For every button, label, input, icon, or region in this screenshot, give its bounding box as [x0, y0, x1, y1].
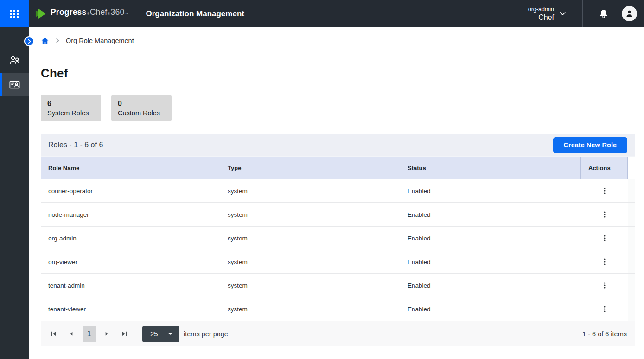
cell-actions: [581, 203, 628, 226]
cell-actions: [581, 250, 628, 273]
breadcrumb: Org Role Management: [41, 27, 635, 54]
topbar-divider: [137, 6, 137, 22]
system-roles-label: System Roles: [47, 108, 95, 118]
progress-logo-icon: [35, 7, 47, 20]
sidebar-item-org-roles[interactable]: [0, 73, 29, 96]
table-row: courier-operator system Enabled: [41, 179, 635, 203]
table-body: courier-operator system Enabled node-man…: [41, 179, 635, 321]
previous-page-button[interactable]: [63, 326, 79, 342]
row-scrollbar-spacer: [628, 297, 635, 321]
notifications-button[interactable]: [593, 0, 614, 27]
row-actions-button[interactable]: [598, 208, 612, 221]
cell-actions: [581, 179, 628, 202]
row-actions-button[interactable]: [598, 255, 612, 269]
user-menu-button[interactable]: [614, 0, 644, 27]
kebab-menu-icon: [601, 258, 608, 265]
kebab-menu-icon: [601, 305, 608, 313]
cell-role-name: tenant-viewer: [41, 297, 220, 321]
page-size-value: 25: [150, 330, 158, 338]
id-card-icon: [8, 78, 21, 91]
row-actions-button[interactable]: [598, 278, 612, 292]
org-role-label: org-admin: [528, 6, 554, 13]
active-item-accent: [0, 73, 2, 96]
cell-type: system: [220, 297, 400, 321]
users-icon: [8, 54, 21, 66]
next-page-button[interactable]: [98, 326, 115, 342]
cell-role-name: node-manager: [41, 203, 220, 226]
cell-status: Enabled: [400, 274, 581, 297]
last-page-button[interactable]: [116, 326, 133, 342]
cell-status: Enabled: [400, 297, 581, 321]
table-row: org-admin system Enabled: [41, 227, 635, 250]
table-row: tenant-admin system Enabled: [41, 274, 635, 297]
table-toolbar: Roles - 1 - 6 of 6 Create New Role: [41, 134, 635, 156]
page-size-select[interactable]: 25: [142, 326, 179, 342]
brand-reg-mark: ®: [87, 12, 89, 15]
custom-roles-count: 0: [118, 99, 165, 108]
main-content: Org Role Management Chef 6 System Roles …: [29, 27, 644, 359]
column-header-role-name[interactable]: Role Name: [41, 157, 220, 179]
app-launcher-button[interactable]: [0, 0, 29, 27]
column-header-status[interactable]: Status: [400, 157, 581, 179]
create-new-role-button[interactable]: Create New Role: [553, 137, 627, 153]
stats-row: 6 System Roles 0 Custom Roles: [41, 95, 635, 121]
cell-type: system: [220, 250, 400, 273]
cell-actions: [581, 297, 628, 321]
pagination-bar: 1 25 items: [41, 321, 635, 346]
table-title: Roles - 1 - 6 of 6: [48, 141, 103, 149]
first-page-button[interactable]: [45, 326, 62, 342]
custom-roles-label: Custom Roles: [118, 108, 165, 118]
page-title: Chef: [41, 66, 635, 81]
caret-right-icon: [104, 331, 110, 337]
top-bar: Progress®Chef®360™ Organization Manageme…: [0, 0, 644, 27]
row-actions-button[interactable]: [598, 302, 612, 316]
system-roles-count: 6: [47, 99, 95, 108]
org-switcher-text: org-admin Chef: [528, 6, 554, 22]
cell-actions: [581, 227, 628, 250]
cell-status: Enabled: [400, 227, 581, 250]
brand-progress: Progress: [51, 7, 86, 17]
seek-last-icon: [121, 330, 128, 337]
caret-down-icon: [167, 331, 173, 337]
header-scrollbar-spacer: [628, 157, 635, 179]
cell-status: Enabled: [400, 179, 581, 202]
waffle-grid-icon: [9, 8, 20, 19]
topbar-divider-right: [582, 0, 583, 27]
caret-left-icon: [68, 331, 74, 337]
bell-icon: [598, 8, 609, 19]
seek-first-icon: [50, 330, 57, 337]
row-scrollbar-spacer: [628, 179, 635, 202]
row-actions-button[interactable]: [598, 184, 612, 198]
roles-table: Roles - 1 - 6 of 6 Create New Role Role …: [41, 134, 635, 346]
app-title: Organization Management: [146, 9, 244, 19]
table-row: node-manager system Enabled: [41, 203, 635, 227]
brand-tm-mark: ™: [125, 12, 128, 15]
cell-role-name: courier-operator: [41, 179, 220, 202]
kebab-menu-icon: [601, 211, 608, 218]
items-per-page-label: items per page: [184, 330, 228, 338]
column-header-type[interactable]: Type: [220, 157, 400, 179]
brand-360: 360: [111, 7, 125, 17]
cell-type: system: [220, 203, 400, 226]
current-page[interactable]: 1: [83, 326, 96, 342]
row-actions-button[interactable]: [598, 231, 612, 245]
home-icon[interactable]: [41, 37, 49, 45]
brand-logo: Progress®Chef®360™: [35, 7, 128, 20]
sidebar-item-users[interactable]: [0, 48, 29, 71]
cell-type: system: [220, 179, 400, 202]
app-root: Progress®Chef®360™ Organization Manageme…: [0, 0, 644, 359]
cell-status: Enabled: [400, 203, 581, 226]
avatar: [622, 6, 637, 21]
breadcrumb-link-org-role-management[interactable]: Org Role Management: [66, 37, 134, 44]
kebab-menu-icon: [601, 234, 608, 242]
cell-actions: [581, 274, 628, 297]
brand-reg-mark-2: ®: [108, 12, 110, 15]
cell-status: Enabled: [400, 250, 581, 273]
org-switcher[interactable]: org-admin Chef: [528, 6, 567, 22]
sidebar-expand-button[interactable]: [24, 36, 34, 46]
pager-summary: 1 - 6 of 6 items: [582, 330, 627, 338]
org-name-label: Chef: [528, 13, 554, 22]
row-scrollbar-spacer: [628, 250, 635, 273]
table-row: tenant-viewer system Enabled: [41, 297, 635, 321]
row-scrollbar-spacer: [628, 274, 635, 297]
